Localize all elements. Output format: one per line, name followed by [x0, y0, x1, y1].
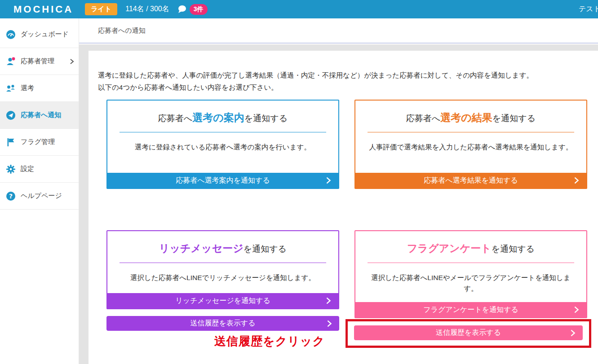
chat-bubble-icon — [177, 4, 187, 14]
title-suffix: を通知する — [492, 114, 536, 123]
button-label: フラグアンケートを通知する — [423, 305, 518, 315]
title-suffix: を通知する — [492, 244, 535, 254]
rich-message-history-button[interactable]: 送信履歴を表示する — [106, 316, 339, 331]
annotation-text: 送信履歴をクリック — [163, 333, 325, 349]
intro-line-1: 選考に登録した応募者や、人事の評価が完了し選考結果（通過・内定・不採用など）が決… — [98, 69, 533, 81]
sidebar-item-notify-applicants[interactable]: 応募者へ通知 — [0, 102, 79, 129]
title-suffix: を通知する — [244, 114, 288, 123]
title-highlight: フラグアンケート — [407, 242, 492, 254]
button-label: 応募者へ選考案内を通知する — [176, 176, 270, 185]
card-rich-message: リッチメッセージを通知する 選択した応募者へLINEでリッチメッセージを通知しま… — [106, 230, 339, 309]
sidebar-item-dashboard[interactable]: ダッシュボード — [0, 21, 79, 48]
title-highlight: リッチメッセージ — [159, 242, 244, 254]
sidebar-item-settings[interactable]: 設定 — [0, 156, 79, 183]
flag-icon — [6, 137, 16, 147]
chevron-right-icon — [572, 176, 580, 184]
notify-rich-message-button[interactable]: リッチメッセージを通知する — [107, 293, 338, 308]
card-title: フラグアンケートを通知する — [355, 231, 586, 255]
sidebar-item-applicant-management[interactable]: 応募者管理 — [0, 48, 79, 75]
title-prefix: 応募者へ — [406, 114, 440, 123]
title-highlight: 選考の案内 — [192, 112, 244, 123]
card-flag-survey: フラグアンケートを通知する 選択した応募者へLINEやメールでフラグアンケートを… — [354, 230, 587, 318]
sidebar-item-label: 応募者管理 — [21, 57, 54, 66]
selection-people-icon — [6, 83, 16, 93]
breadcrumb: 応募者への通知 — [98, 26, 146, 35]
sidebar-item-label: ヘルプページ — [21, 192, 62, 200]
mochica-logo: MOCHICA — [13, 4, 73, 15]
notify-paper-plane-icon — [6, 110, 16, 120]
title-prefix: 応募者へ — [158, 114, 192, 123]
sidebar-item-label: ダッシュボード — [21, 30, 69, 39]
notify-selection-guide-button[interactable]: 応募者へ選考案内を通知する — [107, 173, 338, 188]
card-description: 選考に登録されている応募者へ選考の案内を行います。 — [107, 142, 338, 153]
content-panel: 選考に登録した応募者や、人事の評価が完了し選考結果（通過・内定・不採用など）が決… — [89, 51, 598, 364]
card-title: 応募者へ選考の案内を通知する — [107, 101, 338, 125]
button-label: 送信履歴を表示する — [436, 328, 501, 338]
intro-line-2: 以下の4つから応募者へ通知したい内容をお選び下さい。 — [98, 81, 533, 93]
chevron-right-icon — [325, 320, 333, 328]
intro-text: 選考に登録した応募者や、人事の評価が完了し選考結果（通過・内定・不採用など）が決… — [98, 69, 533, 93]
svg-text:?: ? — [9, 193, 13, 200]
breadcrumb-bar: 応募者への通知 — [79, 18, 598, 44]
sidebar-item-help[interactable]: ? ヘルプページ — [0, 183, 79, 210]
plan-badge: ライト — [85, 3, 117, 15]
button-label: 送信履歴を表示する — [190, 319, 255, 328]
chevron-right-icon — [69, 58, 75, 65]
messages-button[interactable]: 3件 — [177, 4, 208, 15]
chevron-right-icon — [569, 329, 577, 337]
applicant-person-icon — [6, 57, 16, 66]
sidebar: ダッシュボード 応募者管理 選考 応募者へ通知 — [0, 18, 79, 364]
chevron-right-icon — [324, 176, 332, 184]
message-count-badge: 3件 — [190, 4, 208, 15]
notify-flag-survey-button[interactable]: フラグアンケートを通知する — [355, 302, 586, 317]
notify-selection-result-button[interactable]: 応募者へ選考結果を通知する — [355, 173, 586, 188]
card-selection-guide: 応募者へ選考の案内を通知する 選考に登録されている応募者へ選考の案内を行います。… — [106, 100, 339, 189]
card-title: 応募者へ選考の結果を通知する — [355, 101, 586, 125]
divider — [120, 132, 326, 132]
sidebar-item-flag-management[interactable]: フラグ管理 — [0, 129, 79, 156]
card-selection-result: 応募者へ選考の結果を通知する 人事評価で選考結果を入力した応募者へ選考結果を通知… — [354, 100, 587, 189]
button-label: リッチメッセージを通知する — [175, 296, 270, 306]
gear-icon — [6, 164, 16, 174]
sidebar-item-label: 選考 — [21, 84, 34, 92]
card-title: リッチメッセージを通知する — [107, 231, 338, 255]
sidebar-item-label: フラグ管理 — [21, 138, 55, 146]
flag-survey-history-button[interactable]: 送信履歴を表示する — [354, 325, 583, 340]
card-description: 選択した応募者へLINEでリッチメッセージを通知します。 — [107, 272, 338, 283]
app-header: MOCHICA ライト 114名 / 300名 3件 テスト — [0, 0, 598, 18]
button-label: 応募者へ選考結果を通知する — [424, 176, 518, 185]
chevron-right-icon — [324, 297, 332, 305]
divider — [368, 132, 574, 132]
sidebar-item-selection[interactable]: 選考 — [0, 75, 79, 102]
sidebar-item-label: 設定 — [21, 165, 34, 173]
dashboard-gauge-icon — [6, 30, 16, 39]
sidebar-item-label: 応募者へ通知 — [21, 111, 61, 119]
help-question-icon: ? — [6, 191, 16, 201]
title-suffix: を通知する — [244, 244, 287, 254]
chevron-right-icon — [572, 306, 580, 314]
title-highlight: 選考の結果 — [440, 112, 492, 123]
capacity-count: 114名 / 300名 — [125, 4, 169, 14]
divider — [120, 263, 326, 263]
card-description: 人事評価で選考結果を入力した応募者へ選考結果を通知します。 — [355, 142, 586, 153]
card-description: 選択した応募者へLINEやメールでフラグアンケートを通知します。 — [355, 272, 586, 294]
main-content-background: 選考に登録した応募者や、人事の評価が完了し選考結果（通過・内定・不採用など）が決… — [79, 44, 598, 364]
divider — [368, 263, 574, 263]
annotation-highlight-box: 送信履歴を表示する — [346, 319, 591, 348]
account-name[interactable]: テスト — [579, 4, 598, 14]
